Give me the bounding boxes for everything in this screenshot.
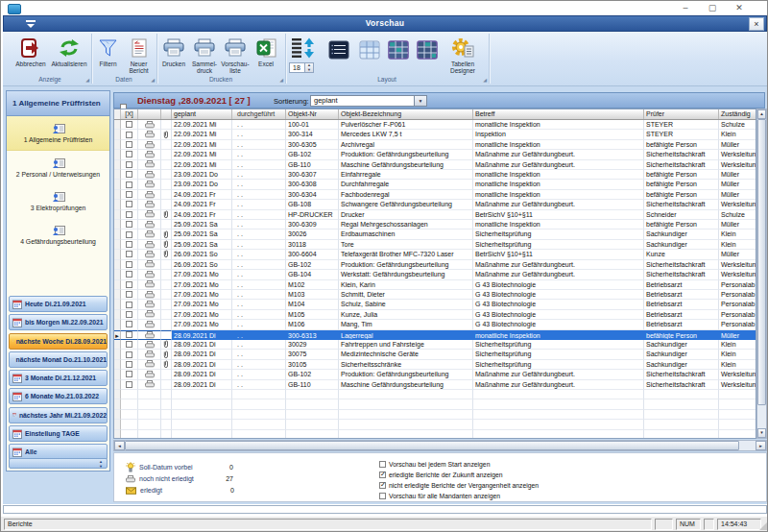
preview-close-icon[interactable]: × [749,17,764,31]
row-checkbox-cell[interactable] [121,120,138,130]
vertical-scrollbar[interactable]: ▲ ▼ [756,109,767,439]
abbrechen-button[interactable]: Abbrechen [12,36,49,67]
scroll-left-icon[interactable]: ◄ [114,441,125,450]
table-row[interactable]: 26.09.2021 So. .GB-102Produktion: Gefähr… [114,260,756,270]
nav-button-1[interactable]: Heute Di.21.09.2021 [9,296,108,312]
sidebar-category-1[interactable]: 1 Allgemeine Prüffristen [7,116,109,151]
sort-dropdown[interactable]: geplant ▼ [310,95,427,107]
column-header-geplant[interactable]: geplant [172,109,232,119]
column-header-blank[interactable] [114,109,121,119]
scroll-up-icon[interactable]: ▲ [757,109,766,119]
horizontal-scroll-thumb[interactable] [125,441,739,450]
table-row[interactable]: 22.09.2021 Mi. .100-01Pulverlöscher F-P0… [114,120,756,130]
sidebar-splitter[interactable] [7,289,109,296]
table-row[interactable]: 28.09.2021 Di. .30029Fahrtreppen und Fah… [114,340,756,350]
neuer-bericht-button[interactable]: Neuer Bericht [124,36,154,74]
column-header-blank[interactable] [161,109,172,119]
table-row[interactable]: 28.09.2021 Di. .30075Medizintechnische G… [114,350,756,359]
nav-button-8[interactable]: Einstellung TAGE [9,425,108,442]
sidebar-category-3[interactable]: 3 Elektroprüfungen [7,184,109,218]
option-checkbox[interactable] [379,461,386,468]
column-header-durchgeführt[interactable]: durchgeführt [232,109,286,119]
column-header-Betreff[interactable]: Betreff [473,109,644,119]
table-row[interactable]: 27.09.2021 Mo. .M103Schmitt, DieterG 43 … [114,290,756,300]
row-checkbox-cell[interactable] [121,210,138,220]
table-row[interactable]: 23.09.2021 Do. .300-6307Einfahrregalemon… [114,170,756,180]
row-checkbox-cell[interactable] [121,370,138,379]
vorschauliste-button[interactable]: Vorschau- liste [221,36,250,74]
row-checkbox-cell[interactable] [121,140,138,150]
row-checkbox-cell[interactable] [121,250,138,259]
row-checkbox-cell[interactable] [121,270,138,279]
table-row[interactable]: 24.09.2021 Fr. .HP-DRUCKERDruckerBetrSic… [114,210,756,220]
table-row[interactable]: 22.09.2021 Mi. .GB-110Maschine Gefährdun… [114,160,756,170]
table-row[interactable]: 27.09.2021 Mo. .M102Klein, KarinG 43 Bio… [114,280,756,290]
table-row[interactable]: 27.09.2021 Mo. .M105Kunze, JuliaG 43 Bio… [114,310,756,320]
dialog-launcher-icon[interactable]: ◢ [85,77,89,83]
row-checkbox-cell[interactable] [121,130,138,139]
table-row[interactable]: ►28.09.2021 Di. .300-6313Lagerregalmonat… [114,330,756,340]
nav-button-5[interactable]: 3 Monate Di.21.12.2021 [9,370,108,386]
minimize-button[interactable]: – [675,2,696,14]
table-row[interactable]: 27.09.2021 Mo. .GB-104Werkstatt: Gefährd… [114,270,756,279]
nav-button-4[interactable]: nächste Monat Do.21.10.2021 [9,351,108,368]
grid-view-dark1-button[interactable] [385,38,412,61]
column-header-[X][interactable]: [X] [121,109,138,119]
row-checkbox-cell[interactable] [121,160,138,170]
table-row[interactable]: 22.09.2021 Mi. .300-6305Archivregalmonat… [114,140,756,150]
resize-grip[interactable] [759,522,767,530]
table-row[interactable]: 24.09.2021 Fr. .GB-108Schwangere Gefährd… [114,200,756,209]
nav-button-6[interactable]: 6 Monate Mo.21.03.2022 [9,388,108,404]
chevron-up-down-icon[interactable]: ▲▼ [99,459,103,469]
table-row[interactable]: 24.09.2021 Fr. .300-6304Fachbodenregalmo… [114,190,756,200]
horizontal-scrollbar[interactable]: ◄ ► [113,440,767,451]
row-height-icon[interactable] [291,37,316,59]
table-row[interactable]: 26.09.2021 So. .300-6604Telefaxgerät Bro… [114,250,756,259]
drucken-button[interactable]: Drucken [159,36,188,67]
close-button[interactable]: ✕ [729,2,750,14]
table-row[interactable]: 28.09.2021 Di. .GB-110Maschine Gefährdun… [114,380,756,390]
spinner-buttons[interactable]: ▲▼ [304,63,313,72]
row-checkbox-cell[interactable] [121,190,138,200]
sidebar-category-4[interactable]: 4 Gefährdungsbeurteilung [7,218,109,252]
column-header-Zuständig[interactable]: Zuständig [719,109,756,119]
dialog-launcher-icon[interactable]: ◢ [151,77,155,83]
sidebar-scroll-strip[interactable]: ▲▼ [9,458,108,469]
grid-view-dark2-button[interactable] [414,38,441,61]
row-checkbox-cell[interactable] [121,180,138,189]
sidebar-category-2[interactable]: 2 Personal / Unterweisungen [7,151,109,184]
nav-button-7[interactable]: nächstes Jahr Mi.21.09.2022 [9,407,108,423]
nav-button-2[interactable]: bis Morgen Mi.22.09.2021 [9,314,108,330]
row-checkbox-cell[interactable] [121,200,138,209]
dialog-launcher-icon[interactable]: ◢ [279,77,283,83]
table-row[interactable]: 28.09.2021 Di. .30105Sicherheitsschränke… [114,360,756,370]
table-row[interactable]: 27.09.2021 Mo. .M106Mang, TimG 43 Biotec… [114,320,756,329]
table-row[interactable]: 25.09.2021 Sa. .300-6309Regal Mehrgescho… [114,220,756,230]
scroll-down-icon[interactable]: ▼ [757,428,766,438]
row-checkbox-cell[interactable] [121,310,138,320]
row-height-spinner[interactable]: 18 ▲▼ [289,62,314,73]
table-row[interactable]: 25.09.2021 Sa. .30118ToreSicherheitsprüf… [114,240,756,250]
option-checkbox[interactable] [379,482,386,489]
table-row[interactable]: 27.09.2021 Mo. .M104Schulz, SabineG 43 B… [114,300,756,309]
option-checkbox[interactable] [379,493,386,499]
column-header-Prüfer[interactable]: Prüfer [644,109,719,119]
row-checkbox-cell[interactable] [121,320,138,329]
row-checkbox-cell[interactable] [121,380,138,390]
vertical-scroll-thumb[interactable] [757,119,766,405]
row-checkbox-cell[interactable] [121,220,138,230]
aktualisieren-button[interactable]: Aktualisieren [49,36,89,67]
row-checkbox-cell[interactable] [121,290,138,300]
row-checkbox-cell[interactable] [121,330,138,340]
table-row[interactable]: 22.09.2021 Mi. .300-314Mercedes LKW 7,5 … [114,130,756,139]
maximize-button[interactable]: ▢ [702,2,723,14]
tabellen-designer-button[interactable]: Tabellen Designer [443,36,483,74]
row-checkbox-cell[interactable] [121,260,138,270]
table-row[interactable]: 25.09.2021 Sa. .30026ErdbaumaschinenSich… [114,230,756,239]
chevron-down-icon[interactable]: ▼ [414,96,426,106]
dialog-launcher-icon[interactable]: ◢ [483,77,487,83]
row-checkbox-cell[interactable] [121,360,138,370]
option-checkbox[interactable] [379,472,386,478]
row-checkbox-cell[interactable] [121,170,138,180]
column-header-Objekt-Bezeichnung[interactable]: Objekt-Bezeichnung [339,109,473,119]
